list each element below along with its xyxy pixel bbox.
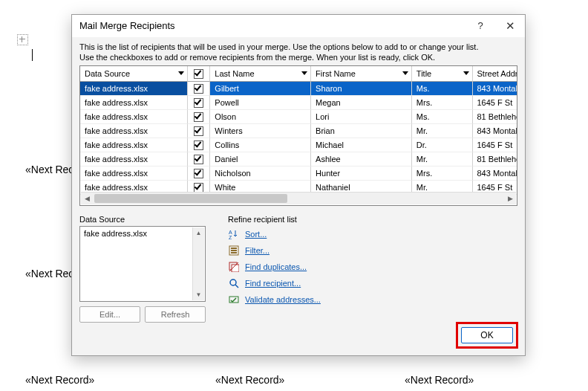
merge-field: «Next Record» bbox=[405, 374, 474, 386]
edit-button[interactable]: Edit... bbox=[79, 306, 140, 323]
cell-address: 1645 F St bbox=[473, 96, 518, 110]
filter-link[interactable]: Filter... bbox=[245, 246, 270, 255]
dialog-intro: This is the list of recipients that will… bbox=[79, 42, 517, 62]
cell-firstname: Hunter bbox=[311, 167, 412, 181]
cell-checkbox[interactable] bbox=[188, 110, 210, 124]
cell-datasource: fake address.xlsx bbox=[80, 96, 188, 110]
cell-title: Mrs. bbox=[412, 96, 473, 110]
scroll-thumb[interactable] bbox=[94, 194, 287, 203]
col-address[interactable]: Street Address bbox=[473, 66, 518, 82]
refresh-button[interactable]: Refresh bbox=[145, 306, 206, 323]
cell-lastname: Winters bbox=[210, 124, 311, 138]
cell-lastname: Powell bbox=[210, 96, 311, 110]
svg-point-9 bbox=[230, 279, 236, 285]
col-lastname[interactable]: Last Name bbox=[210, 66, 311, 82]
datasource-item[interactable]: fake address.xlsx bbox=[84, 229, 201, 238]
sort-icon: AZ bbox=[228, 228, 240, 240]
cell-firstname: Michael bbox=[311, 138, 412, 152]
cell-title: Mrs. bbox=[412, 167, 473, 181]
ok-button[interactable]: OK bbox=[461, 327, 513, 343]
table-row[interactable]: fake address.xlsxWintersBrianMr.843 Mont… bbox=[80, 124, 517, 138]
text-caret bbox=[32, 49, 33, 61]
svg-text:Z: Z bbox=[229, 235, 232, 239]
find-duplicates-link[interactable]: Find duplicates... bbox=[245, 262, 307, 271]
intro-line-1: This is the list of recipients that will… bbox=[79, 42, 517, 52]
checkbox-icon bbox=[194, 126, 203, 136]
cell-lastname: Daniel bbox=[210, 152, 311, 167]
cell-title: Mr. bbox=[412, 124, 473, 138]
cell-lastname: Collins bbox=[210, 138, 311, 152]
validate-link[interactable]: Validate addresses... bbox=[245, 295, 321, 304]
col-title[interactable]: Title bbox=[412, 66, 473, 82]
table-row[interactable]: fake address.xlsxPowellMeganMrs.1645 F S… bbox=[80, 96, 517, 110]
table-row[interactable]: fake address.xlsxGilbertSharonMs.843 Mon… bbox=[80, 82, 517, 96]
col-firstname[interactable]: First Name bbox=[311, 66, 412, 82]
cell-firstname: Ashlee bbox=[311, 152, 412, 167]
table-row[interactable]: fake address.xlsxOlsonLoriMs.81 Bethlehe… bbox=[80, 110, 517, 124]
col-datasource[interactable]: Data Source bbox=[80, 66, 188, 82]
refine-label: Refine recipient list bbox=[228, 215, 517, 224]
col-lastname-label: Last Name bbox=[215, 69, 254, 78]
cell-address: 81 Bethlehem Rd bbox=[473, 110, 518, 124]
cell-checkbox[interactable] bbox=[188, 124, 210, 138]
scroll-left-icon: ◀ bbox=[81, 193, 93, 204]
find-duplicates-icon bbox=[228, 261, 240, 273]
table-row[interactable]: fake address.xlsxCollinsMichaelDr.1645 F… bbox=[80, 138, 517, 152]
cell-address: 843 Montalvo Blvd bbox=[473, 82, 518, 96]
datasource-listbox[interactable]: fake address.xlsx ▲ ▼ bbox=[79, 226, 206, 302]
mail-merge-recipients-dialog: Mail Merge Recipients ? ✕ This is the li… bbox=[71, 14, 526, 356]
svg-rect-3 bbox=[231, 248, 237, 249]
cell-lastname: Gilbert bbox=[210, 82, 311, 96]
cell-checkbox[interactable] bbox=[188, 82, 210, 96]
help-button[interactable]: ? bbox=[466, 15, 495, 37]
cell-lastname: Nicholson bbox=[210, 167, 311, 181]
svg-text:A: A bbox=[229, 230, 232, 235]
horizontal-scrollbar[interactable]: ◀ ▶ bbox=[81, 192, 516, 204]
svg-line-10 bbox=[235, 285, 238, 288]
merge-field: «Next Record» bbox=[215, 374, 284, 386]
cell-address: 81 Bethlehem Rd bbox=[473, 152, 518, 167]
col-datasource-label: Data Source bbox=[85, 69, 130, 78]
svg-rect-4 bbox=[231, 250, 237, 251]
table-row[interactable]: fake address.xlsxNicholsonHunterMrs.843 … bbox=[80, 167, 517, 181]
col-title-label: Title bbox=[416, 69, 431, 78]
cell-address: 843 Montalvo Blvd bbox=[473, 124, 518, 138]
cell-firstname: Brian bbox=[311, 124, 412, 138]
table-row[interactable]: fake address.xlsxDanielAshleeMr.81 Bethl… bbox=[80, 152, 517, 167]
find-recipient-link[interactable]: Find recipient... bbox=[245, 279, 301, 288]
cell-firstname: Sharon bbox=[311, 82, 412, 96]
intro-line-2: Use the checkboxes to add or remove reci… bbox=[79, 52, 517, 62]
cell-address: 1645 F St bbox=[473, 138, 518, 152]
checkbox-icon bbox=[194, 140, 203, 150]
cell-checkbox[interactable] bbox=[188, 138, 210, 152]
scroll-right-icon: ▶ bbox=[504, 193, 516, 204]
checkbox-icon bbox=[194, 155, 203, 164]
cell-datasource: fake address.xlsx bbox=[80, 138, 188, 152]
checkbox-icon bbox=[194, 169, 203, 178]
checkbox-icon bbox=[194, 69, 203, 79]
svg-rect-5 bbox=[231, 252, 237, 253]
vertical-scrollbar[interactable]: ▲ ▼ bbox=[192, 227, 204, 300]
table-header-row: Data Source Last Name First Name bbox=[80, 66, 517, 82]
cell-title: Ms. bbox=[412, 82, 473, 96]
cell-checkbox[interactable] bbox=[188, 152, 210, 167]
cell-datasource: fake address.xlsx bbox=[80, 124, 188, 138]
cell-title: Mr. bbox=[412, 152, 473, 167]
cell-checkbox[interactable] bbox=[188, 167, 210, 181]
cell-title: Dr. bbox=[412, 138, 473, 152]
checkbox-icon bbox=[194, 98, 203, 108]
cell-datasource: fake address.xlsx bbox=[80, 82, 188, 96]
cell-firstname: Megan bbox=[311, 96, 412, 110]
cell-datasource: fake address.xlsx bbox=[80, 152, 188, 167]
close-button[interactable]: ✕ bbox=[495, 15, 525, 37]
col-select-all[interactable] bbox=[188, 66, 210, 82]
datasource-label: Data Source bbox=[79, 215, 212, 224]
cell-checkbox[interactable] bbox=[188, 96, 210, 110]
sort-link[interactable]: Sort... bbox=[245, 230, 267, 239]
checkbox-icon bbox=[194, 84, 203, 94]
col-firstname-label: First Name bbox=[316, 69, 356, 78]
scroll-down-icon: ▼ bbox=[193, 289, 204, 300]
merge-field: «Next Record» bbox=[25, 374, 94, 386]
chevron-down-icon bbox=[463, 71, 469, 75]
chevron-down-icon bbox=[402, 71, 408, 75]
